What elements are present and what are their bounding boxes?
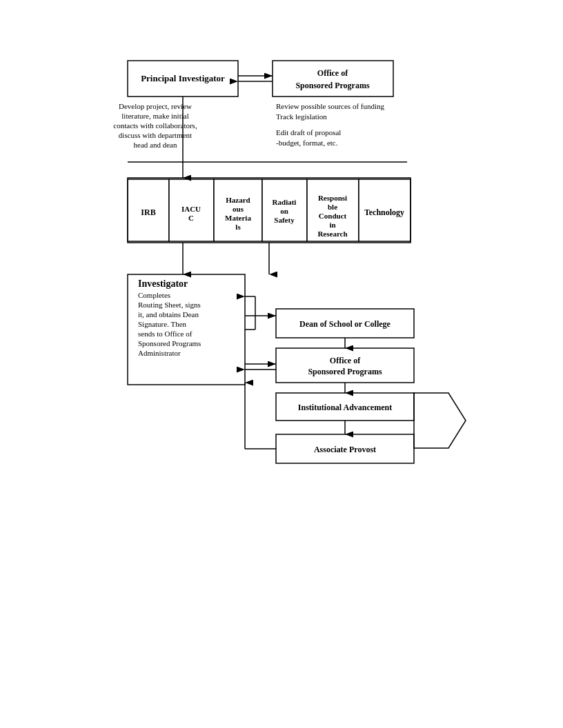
svg-text:IRB: IRB (141, 208, 155, 217)
svg-rect-37 (359, 179, 411, 241)
svg-rect-63 (276, 434, 414, 463)
svg-text:Conduct: Conduct (319, 212, 347, 220)
flowchart-svg: Principal Investigator Office of Sponsor… (0, 0, 563, 728)
svg-text:IACU: IACU (181, 205, 201, 213)
svg-text:Radiati: Radiati (273, 198, 297, 206)
svg-rect-27 (262, 179, 307, 241)
svg-text:Hazard: Hazard (226, 196, 250, 204)
svg-rect-22 (214, 179, 262, 241)
svg-rect-39 (128, 178, 411, 243)
svg-text:Associate Provost: Associate Provost (314, 445, 376, 454)
svg-text:Office of: Office of (330, 356, 361, 365)
svg-rect-0 (128, 61, 238, 97)
svg-text:Technology: Technology (364, 208, 404, 217)
svg-text:Responsi: Responsi (318, 194, 347, 202)
svg-text:contacts with collaborators,: contacts with collaborators, (113, 121, 197, 130)
svg-text:Principal Investigator: Principal Investigator (141, 73, 225, 83)
svg-text:Routing Sheet, signs: Routing Sheet, signs (138, 301, 201, 309)
svg-text:C: C (188, 214, 194, 222)
svg-text:Safety: Safety (274, 216, 295, 224)
svg-text:on: on (280, 207, 288, 215)
svg-text:Dean of School or College: Dean of School or College (299, 319, 391, 329)
svg-text:Track legislation: Track legislation (276, 112, 327, 121)
svg-text:Administrator: Administrator (138, 349, 181, 357)
svg-rect-19 (169, 179, 214, 241)
svg-text:ble: ble (328, 203, 337, 211)
svg-text:Review possible sources of fun: Review possible sources of funding (276, 102, 385, 110)
svg-marker-66 (414, 393, 466, 448)
svg-text:sends to Office of: sends to Office of (138, 330, 192, 338)
svg-text:Sponsored Programs: Sponsored Programs (308, 367, 382, 376)
svg-text:Institutional Advancement: Institutional Advancement (298, 403, 392, 412)
svg-text:literature, make initial: literature, make initial (121, 112, 188, 120)
svg-rect-17 (128, 179, 169, 241)
svg-text:Office of: Office of (317, 68, 348, 78)
svg-text:Materia: Materia (225, 214, 251, 222)
svg-text:Sponsored Programs: Sponsored Programs (138, 339, 201, 347)
svg-text:in: in (329, 221, 335, 229)
svg-text:Develop project, review: Develop project, review (119, 102, 192, 110)
svg-rect-31 (307, 179, 359, 241)
svg-text:head and dean: head and dean (134, 141, 177, 149)
svg-rect-60 (276, 393, 414, 421)
svg-text:it, and obtains Dean: it, and obtains Dean (138, 310, 199, 318)
svg-rect-51 (276, 309, 414, 338)
svg-text:Investigator: Investigator (138, 279, 188, 289)
svg-text:ous: ous (233, 205, 244, 213)
svg-text:Edit draft of proposal: Edit draft of proposal (276, 128, 341, 136)
svg-text:Completes: Completes (138, 291, 170, 299)
svg-rect-4 (273, 61, 393, 97)
svg-rect-42 (128, 274, 245, 385)
svg-text:Research: Research (317, 230, 347, 238)
svg-text:-budget, format, etc.: -budget, format, etc. (276, 139, 338, 147)
svg-rect-54 (276, 348, 414, 383)
svg-text:ls: ls (235, 223, 241, 231)
svg-text:Sponsored Programs: Sponsored Programs (295, 81, 370, 90)
svg-text:Signature.  Then: Signature. Then (138, 320, 187, 328)
svg-text:discuss with department: discuss with department (119, 131, 192, 139)
